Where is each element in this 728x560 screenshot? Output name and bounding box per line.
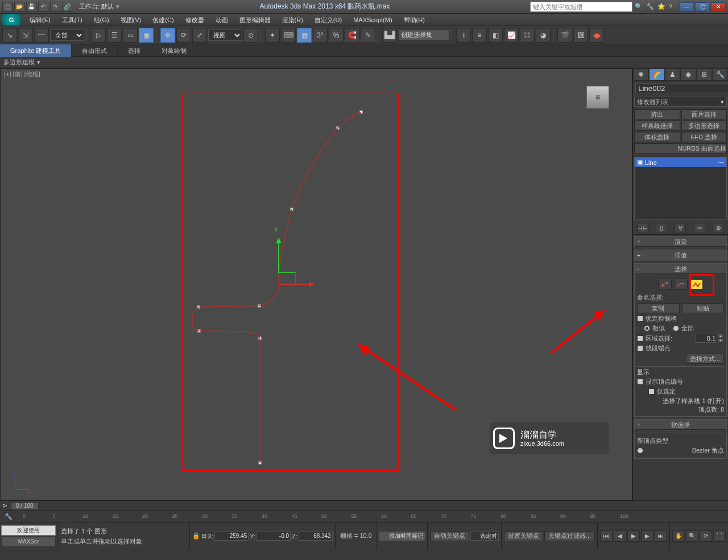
redo-icon[interactable]: ↷	[50, 2, 60, 12]
minimize-button[interactable]: —	[679, 2, 694, 11]
goto-end-icon[interactable]: ⏭	[655, 530, 667, 542]
next-frame-icon[interactable]: ▶	[641, 530, 653, 542]
motion-tab-icon[interactable]: ◉	[680, 68, 696, 81]
set-key-button[interactable]: 设置关键点	[504, 531, 543, 541]
gizmo-plane[interactable]	[279, 272, 296, 284]
menu-create[interactable]: 创建(C)	[147, 14, 179, 26]
utilities-tab-icon[interactable]: 🔧	[712, 68, 728, 81]
segment-subobj-icon[interactable]	[674, 279, 688, 290]
menu-group[interactable]: 组(G)	[88, 14, 115, 26]
ref-coord-dropdown[interactable]: 视图	[208, 30, 242, 41]
rollout-interp-header[interactable]: +插值	[635, 250, 726, 260]
select-by-button[interactable]: 选择方式...	[686, 354, 724, 364]
time-slider-handle[interactable]: 0 / 100	[11, 502, 39, 510]
menu-tools[interactable]: 工具(T)	[56, 14, 88, 26]
play-icon[interactable]: ▶	[627, 530, 640, 542]
set-key-icon[interactable]: ⊳	[2, 502, 7, 509]
edit-named-sel-icon[interactable]: ✎	[361, 28, 375, 43]
mod-spline-select-button[interactable]: 样条线选择	[634, 121, 680, 131]
chevron-down-icon[interactable]: ▾	[37, 59, 40, 66]
menu-views[interactable]: 视图(V)	[115, 14, 147, 26]
select-region-window-icon[interactable]: ▣	[139, 28, 154, 43]
ribbon-sub-label[interactable]: 多边形建模	[3, 58, 35, 67]
menu-graph-editors[interactable]: 图形编辑器	[234, 14, 276, 26]
coord-x-input[interactable]	[214, 532, 249, 541]
paste-sel-button[interactable]: 粘贴	[682, 303, 725, 313]
remove-modifier-icon[interactable]: ✂	[694, 223, 705, 233]
viewport-front[interactable]: [+] [前] [线框] 前 y zx	[0, 68, 632, 500]
copy-sel-button[interactable]: 复制	[637, 303, 680, 313]
layer-manager-icon[interactable]: ≡	[472, 28, 487, 43]
curve-editor-icon[interactable]: 📈	[504, 28, 519, 43]
snap-toggle-icon[interactable]: ▦	[297, 28, 312, 43]
menu-customize[interactable]: 自定义(U)	[309, 14, 348, 26]
modify-tab-icon[interactable]: 🌈	[649, 68, 665, 81]
select-manipulate-icon[interactable]: ✦	[265, 28, 280, 43]
angle-snap-icon[interactable]: 3°	[313, 28, 328, 43]
menu-help[interactable]: 帮助(H)	[398, 14, 431, 26]
spinner-up-icon[interactable]: ▲	[717, 334, 724, 338]
vertex-subobj-icon[interactable]	[658, 279, 672, 290]
spinner-snap-icon[interactable]: 🧲	[345, 28, 359, 43]
app-icon[interactable]: G	[2, 14, 20, 26]
select-region-rect-icon[interactable]: ▭	[123, 28, 138, 43]
add-time-tag-input[interactable]	[379, 532, 425, 541]
close-button[interactable]: ✕	[711, 2, 726, 11]
gizmo-y-axis[interactable]	[278, 239, 279, 273]
select-scale-icon[interactable]: ⤢	[192, 28, 207, 43]
view-cube[interactable]: 前	[586, 86, 609, 109]
spline-vertex[interactable]	[258, 337, 262, 340]
mod-nurbs-button[interactable]: NURBS 曲面选择	[634, 143, 727, 154]
similar-radio[interactable]	[644, 325, 650, 331]
help-icon[interactable]: ?	[669, 3, 672, 10]
comm-icon[interactable]: ⭐	[657, 3, 665, 10]
render-setup-icon[interactable]: 🎬	[557, 28, 572, 43]
coord-z-input[interactable]	[299, 532, 333, 541]
select-rotate-icon[interactable]: ⟳	[176, 28, 191, 43]
align-icon[interactable]: ⫴	[456, 28, 471, 43]
key-sel-input[interactable]	[470, 532, 499, 541]
menu-edit[interactable]: 编辑(E)	[24, 14, 56, 26]
spinner-down-icon[interactable]: ▼	[717, 338, 724, 343]
configure-sets-icon[interactable]: ⚙	[713, 223, 724, 233]
help-search-input[interactable]	[530, 2, 632, 12]
timeline-ruler[interactable]: 🔧 05101520253035404550556065707580859095…	[0, 511, 728, 522]
create-tab-icon[interactable]: ✺	[633, 68, 649, 81]
goto-start-icon[interactable]: ⏮	[600, 530, 613, 542]
rollout-selection-header[interactable]: -选择	[635, 264, 726, 274]
menu-maxscript[interactable]: MAXScript(M)	[348, 14, 398, 26]
modifier-stack[interactable]: ▣ Line 〰	[634, 157, 727, 219]
segment-end-checkbox[interactable]	[637, 345, 643, 351]
ribbon-tab-graphite[interactable]: Graphite 建模工具	[0, 44, 72, 57]
percent-snap-icon[interactable]: %	[329, 28, 344, 43]
spline-vertex[interactable]	[359, 110, 363, 114]
menu-animation[interactable]: 动画	[210, 14, 234, 26]
geom-linear-radio[interactable]	[637, 447, 643, 454]
viewport-label[interactable]: [+] [前] [线框]	[4, 70, 40, 78]
maxscript-button[interactable]: MAXScr	[1, 537, 56, 547]
spline-vertex[interactable]	[258, 304, 261, 308]
lock-selection-icon[interactable]: 🔒	[192, 532, 200, 540]
select-object-icon[interactable]: ▷	[91, 28, 106, 43]
ribbon-tab-object-paint[interactable]: 对象绘制	[151, 44, 197, 57]
mod-vol-select-button[interactable]: 体积选择	[634, 132, 680, 142]
viewport-nav-pan-icon[interactable]: ✋	[672, 530, 685, 542]
rollout-soft-header[interactable]: +软选择	[635, 420, 726, 430]
modifier-list-dropdown[interactable]: 修改器列表▾	[634, 97, 727, 107]
spline-vertex[interactable]	[197, 305, 200, 309]
show-end-result-icon[interactable]: ▯	[656, 223, 667, 233]
make-unique-icon[interactable]: ∀	[675, 223, 686, 233]
maximize-button[interactable]: ▢	[695, 2, 710, 11]
viewport-nav-zoom-icon[interactable]: 🔍	[686, 530, 698, 542]
timeline-config-icon[interactable]: 🔧	[5, 513, 13, 520]
search-icon[interactable]: 🔍	[635, 3, 643, 10]
rendered-frame-icon[interactable]: 🖼	[573, 28, 588, 43]
open-icon[interactable]: 📂	[14, 2, 24, 12]
graphite-ribbon-icon[interactable]: ◧	[488, 28, 503, 43]
prev-frame-icon[interactable]: ◀	[614, 530, 626, 542]
mod-extrude-button[interactable]: 挤出	[634, 109, 680, 119]
selected-only-checkbox[interactable]	[648, 388, 655, 395]
ribbon-tab-selection[interactable]: 选择	[118, 44, 151, 57]
stack-item-line[interactable]: ▣ Line 〰	[635, 157, 726, 167]
time-slider[interactable]: ⊳ 0 / 100	[0, 500, 728, 511]
